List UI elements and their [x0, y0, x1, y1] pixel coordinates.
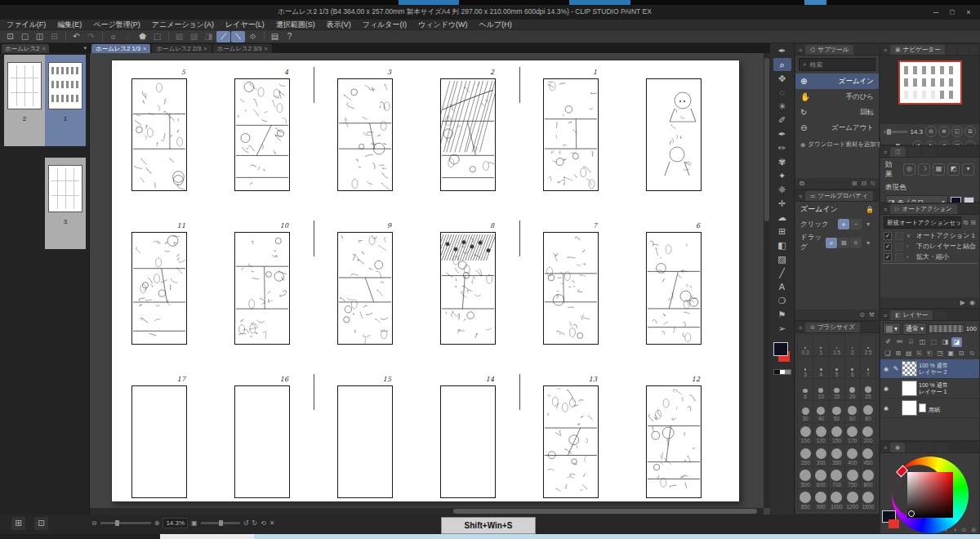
brush-size-cell[interactable]: 170: [844, 422, 861, 445]
layer-control-icon[interactable]: ✐: [883, 337, 893, 347]
property-option-button[interactable]: ⌕: [826, 238, 837, 248]
slider-thumb[interactable]: [887, 129, 891, 135]
color-wheel[interactable]: ◐ ◑ ⊙ ⊚: [880, 453, 979, 535]
tool-correct-line[interactable]: ➢: [773, 322, 791, 335]
history-tab[interactable]: [969, 46, 979, 55]
snap-1-button[interactable]: ⟋: [216, 31, 230, 42]
brush-size-cell[interactable]: 150: [828, 422, 844, 445]
layer-command-icon[interactable]: ⎗: [925, 349, 935, 359]
fit-screen-icon[interactable]: ▣: [191, 519, 198, 527]
slider-thumb[interactable]: [115, 520, 119, 526]
brush-size-cell[interactable]: 50: [828, 400, 844, 423]
reset-settings-icon[interactable]: ⊙: [859, 311, 865, 318]
manga-page-thumbnail[interactable]: 16: [234, 385, 290, 498]
brush-size-cell[interactable]: 750: [844, 466, 861, 489]
close-icon[interactable]: ×: [42, 45, 45, 52]
brush-size-cell[interactable]: 30: [797, 400, 813, 423]
layer-control-icon[interactable]: ◪: [951, 337, 962, 347]
menu-item[interactable]: 選択範囲(S): [276, 20, 315, 30]
brush-size-cell[interactable]: 0.3: [797, 334, 813, 357]
brush-size-cell[interactable]: 5: [828, 356, 844, 379]
sub-color-chip[interactable]: [889, 519, 899, 528]
snap-3-button[interactable]: ⟐: [246, 31, 260, 42]
tool-flow-lines[interactable]: ⚑: [773, 308, 791, 321]
auto-action-row[interactable]: ✓›下のレイヤーと結合: [880, 241, 979, 252]
brush-size-tab[interactable]: ⊜ブラシサイズ: [805, 323, 860, 332]
hidden-tab-2[interactable]: [922, 148, 935, 157]
layer-control-icon[interactable]: ⬚: [929, 337, 939, 347]
manga-page-thumbnail[interactable]: 10: [234, 232, 290, 345]
numeric-icon[interactable]: ⊙: [961, 527, 966, 533]
redo-button[interactable]: ↷: [84, 31, 98, 42]
manga-page-thumbnail[interactable]: 8: [440, 232, 496, 345]
layer-command-icon[interactable]: ⊞: [893, 349, 903, 359]
undo-button[interactable]: ↶: [69, 31, 83, 42]
checkbox[interactable]: ✓: [884, 253, 892, 261]
page-manager-spread-button[interactable]: ⊡: [34, 517, 48, 530]
page-thumbnail-cell[interactable]: 1: [45, 55, 86, 146]
chevron-down-icon[interactable]: ▾: [862, 238, 874, 248]
visibility-eye-icon[interactable]: ◉: [882, 385, 890, 392]
auto-action-set-select[interactable]: 新規オートアクションセット 9 ▾: [884, 216, 961, 229]
panel-menu-icon[interactable]: ≡: [799, 325, 802, 331]
canvas-viewport[interactable]: 5432111109876171615141312: [90, 53, 764, 508]
scrollbar-thumb[interactable]: [453, 509, 757, 514]
brush-size-cell[interactable]: 120: [813, 422, 829, 445]
manga-page-thumbnail[interactable]: 6: [646, 232, 702, 345]
document-tab[interactable]: ホームレス2 2/3×: [152, 44, 211, 53]
statusbar-zoom-slider[interactable]: [100, 522, 151, 524]
brush-size-cell[interactable]: 1.5: [828, 334, 844, 357]
chevron-down-icon[interactable]: ▾: [83, 45, 89, 51]
page-manager-layout-button[interactable]: ⊞: [11, 517, 25, 530]
manga-page-thumbnail[interactable]: 3: [337, 78, 393, 191]
layer-control-icon[interactable]: ◨: [940, 337, 951, 347]
brush-size-cell[interactable]: 40: [813, 400, 829, 423]
close-button[interactable]: ×: [962, 8, 975, 16]
slider-thumb[interactable]: [219, 520, 223, 526]
menu-item[interactable]: 編集(E): [57, 20, 82, 30]
document-tab[interactable]: ホームレス2 3/3×: [213, 44, 272, 53]
brush-size-cell[interactable]: 300: [813, 444, 829, 467]
expander-icon[interactable]: ›: [906, 243, 913, 249]
brush-size-cell[interactable]: 450: [860, 444, 876, 467]
reset-rotation-icon[interactable]: ⟲: [261, 519, 266, 527]
properties-icon[interactable]: ⊟: [861, 180, 866, 188]
checkbox[interactable]: ✓: [884, 243, 892, 251]
palette-color-select[interactable]: ▾: [883, 323, 901, 335]
panel-menu-icon[interactable]: ≡: [884, 207, 887, 212]
chevron-down-icon[interactable]: ▾: [862, 219, 874, 229]
brush-size-cell[interactable]: 200: [860, 422, 876, 445]
menu-item[interactable]: アニメーション(A): [152, 20, 214, 30]
manga-page-thumbnail[interactable]: 17: [131, 385, 187, 498]
manga-page-thumbnail[interactable]: 13: [543, 385, 599, 498]
auto-action-row[interactable]: ✓›拡大・縮小: [880, 252, 979, 262]
dialog-toggle-box[interactable]: [895, 232, 903, 240]
tool-zoom[interactable]: ⌕: [773, 58, 791, 71]
hsv-toggle-icon[interactable]: ◐: [945, 527, 948, 533]
manga-page-thumbnail[interactable]: 7: [543, 232, 599, 345]
effect-toggle-button[interactable]: ◩: [947, 163, 960, 176]
layer-control-icon[interactable]: ⌸: [906, 337, 916, 347]
tool-text[interactable]: A: [773, 280, 791, 293]
brush-size-cell[interactable]: 600: [813, 466, 829, 489]
brush-size-cell[interactable]: 1000: [828, 488, 844, 511]
zoom-slider[interactable]: [884, 131, 907, 133]
manga-page-thumbnail[interactable]: [646, 78, 702, 191]
lock-icon[interactable]: 🔒: [866, 206, 874, 213]
layer-search-tab[interactable]: [934, 311, 947, 320]
navigator-zoom-button[interactable]: ⊕: [938, 126, 950, 137]
brush-size-cell[interactable]: 6: [844, 356, 861, 379]
brush-size-cell[interactable]: 1500: [860, 488, 876, 511]
close-icon[interactable]: ×: [264, 45, 267, 52]
tool-selection[interactable]: ◌: [773, 86, 791, 99]
brush-size-cell[interactable]: 400: [844, 444, 861, 467]
add-set-icon[interactable]: ⧉: [964, 219, 969, 227]
tool-fill[interactable]: ◧: [773, 238, 791, 252]
reset-view-icon[interactable]: ✕: [270, 519, 275, 527]
zoom-out-icon[interactable]: ⊖: [91, 519, 97, 527]
property-option-button[interactable]: ⌗: [850, 238, 862, 248]
property-option-button[interactable]: ＋: [838, 219, 849, 229]
effect-toggle-button[interactable]: ▾: [962, 163, 974, 176]
layer-property-tab[interactable]: ◫: [890, 147, 906, 157]
maximize-button[interactable]: □: [946, 8, 959, 16]
